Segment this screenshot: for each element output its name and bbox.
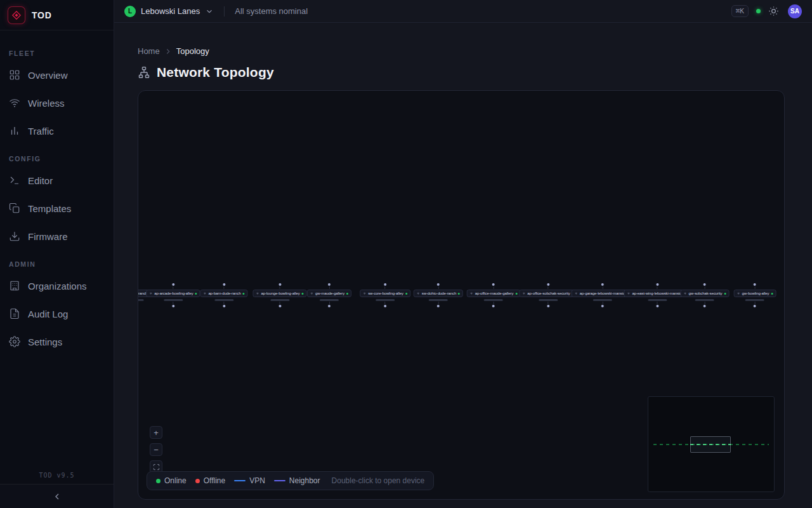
minimap[interactable]	[648, 396, 775, 492]
link-line	[602, 286, 603, 289]
legend-offline: Offline	[195, 476, 225, 485]
device-icon	[149, 292, 152, 295]
sidebar-item-audit-log[interactable]: Audit Log	[0, 300, 114, 328]
device-card[interactable]: ap-office-sobchak-security	[519, 290, 577, 297]
sidebar-item-editor[interactable]: Editor	[0, 166, 114, 194]
sidebar-item-wireless[interactable]: Wireless	[0, 89, 114, 117]
device-card[interactable]: gw-sobchak-security	[681, 290, 730, 297]
sidebar-item-label: Settings	[28, 337, 62, 347]
topology-legend: Online Offline VPN Neighbor Double-click…	[147, 471, 434, 490]
device-card[interactable]: sw-dohio-dude-ranch	[414, 290, 463, 297]
device-icon	[522, 292, 525, 295]
topology-canvas[interactable]: gw-dude-ranchap-arcade-bowling-alleyap-b…	[138, 90, 785, 500]
device-icon	[417, 292, 420, 295]
client-node-dot	[656, 305, 658, 307]
breadcrumb: Home Topology	[138, 46, 209, 56]
device-node[interactable]: ap-barn-dude-ranch	[200, 283, 247, 307]
device-node[interactable]: gw-bowling-alley	[734, 283, 776, 307]
zoom-in-button[interactable]: +	[150, 426, 162, 439]
legend-online: Online	[156, 476, 187, 485]
sidebar-item-overview[interactable]: Overview	[0, 61, 114, 89]
org-switcher[interactable]: L Lebowski Lanes	[124, 6, 214, 17]
device-node[interactable]: ap-office-sobchak-security	[519, 283, 577, 307]
uplink-node-dot	[172, 283, 174, 286]
link-line	[173, 302, 174, 304]
link-line	[279, 302, 280, 304]
topbar-divider	[224, 6, 225, 17]
link-line	[657, 302, 657, 304]
link-line	[329, 286, 330, 289]
sidebar-item-label: Editor	[28, 175, 53, 186]
download-icon	[9, 231, 20, 242]
breadcrumb-current: Topology	[176, 46, 209, 56]
sidebar-item-templates[interactable]: Templates	[0, 194, 114, 222]
sidebar-item-label: Organizations	[28, 281, 87, 291]
device-node[interactable]: ap-arcade-bowling-alley	[146, 283, 200, 307]
device-node[interactable]: ap-lounge-bowling-alley	[252, 283, 306, 307]
sidebar-item-label: Wireless	[28, 98, 65, 109]
legend-vpn: VPN	[234, 476, 265, 485]
breadcrumb-home-link[interactable]: Home	[138, 46, 160, 56]
chevron-right-icon	[164, 47, 173, 56]
device-meta	[593, 299, 612, 301]
device-card[interactable]: sw-core-bowling-alley	[360, 290, 410, 297]
uplink-node-dot	[601, 283, 604, 286]
device-meta	[320, 299, 339, 301]
sidebar-collapse-button[interactable]	[0, 484, 114, 508]
device-icon	[310, 292, 313, 295]
app-logo: TOD	[0, 0, 114, 30]
device-icon	[737, 292, 740, 295]
minimap-viewport[interactable]	[690, 436, 731, 453]
user-avatar[interactable]: SA	[788, 4, 802, 18]
sidebar-item-label: Overview	[28, 70, 68, 81]
device-card[interactable]: ap-lounge-bowling-alley	[252, 290, 306, 297]
device-node[interactable]: gw-maude-gallery	[307, 283, 351, 307]
legend-neighbor: Neighbor	[274, 476, 320, 485]
link-line	[704, 302, 705, 304]
zoom-out-button[interactable]: −	[150, 443, 162, 456]
uplink-node-dot	[328, 283, 331, 286]
org-name: Lebowski Lanes	[141, 6, 200, 16]
device-node[interactable]: ap-office-maude-gallery	[467, 283, 521, 307]
device-icon	[256, 292, 259, 295]
device-meta	[648, 299, 667, 301]
device-meta	[539, 299, 558, 301]
sidebar-item-firmware[interactable]: Firmware	[0, 222, 114, 250]
sidebar-item-traffic[interactable]: Traffic	[0, 117, 114, 145]
device-card[interactable]: ap-barn-dude-ranch	[200, 290, 247, 297]
device-meta	[429, 299, 448, 301]
sun-icon[interactable]	[768, 6, 779, 17]
device-card[interactable]: ap-office-maude-gallery	[467, 290, 521, 297]
link-line	[704, 286, 705, 289]
client-node-dot	[601, 305, 604, 307]
uplink-node-dot	[278, 283, 281, 286]
device-status-dot	[458, 293, 460, 295]
link-line	[279, 286, 280, 289]
device-status-dot	[515, 293, 517, 295]
device-status-dot	[724, 293, 726, 295]
link-line	[438, 286, 439, 289]
sidebar-item-organizations[interactable]: Organizations	[0, 272, 114, 300]
client-node-dot	[384, 305, 386, 307]
client-node-dot	[704, 305, 706, 307]
page-title-row: Network Topology	[138, 65, 274, 80]
offline-dot-icon	[195, 479, 200, 483]
link-line	[547, 302, 548, 304]
device-icon	[684, 292, 687, 295]
device-node[interactable]: sw-core-bowling-alley	[360, 283, 410, 307]
uplink-node-dot	[223, 283, 225, 286]
legend-neighbor-label: Neighbor	[289, 476, 320, 485]
sidebar-item-settings[interactable]: Settings	[0, 328, 114, 356]
device-card[interactable]: gw-bowling-alley	[734, 290, 776, 297]
device-name: ap-office-maude-gallery	[475, 291, 514, 295]
device-node[interactable]: sw-dohio-dude-ranch	[414, 283, 463, 307]
device-card[interactable]: ap-arcade-bowling-alley	[146, 290, 200, 297]
online-dot-icon	[156, 479, 160, 483]
device-status-dot	[243, 293, 245, 295]
vpn-line-icon	[234, 480, 246, 482]
device-meta	[484, 299, 503, 301]
command-palette-shortcut[interactable]: ⌘K	[731, 5, 749, 17]
device-meta	[270, 299, 289, 301]
device-card[interactable]: gw-maude-gallery	[307, 290, 351, 297]
device-node[interactable]: gw-sobchak-security	[681, 283, 730, 307]
